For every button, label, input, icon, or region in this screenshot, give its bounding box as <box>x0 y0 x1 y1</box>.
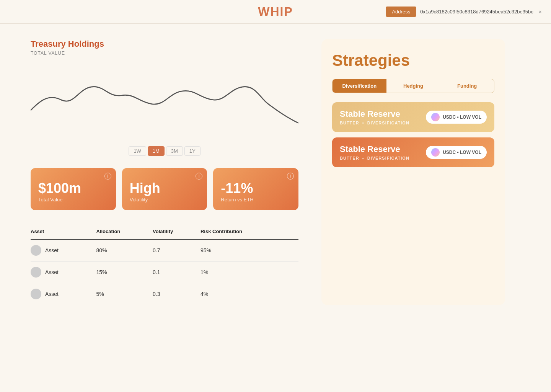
chart-container <box>31 64 298 140</box>
tab-funding[interactable]: Funding <box>440 79 494 93</box>
metric-card-return: i -11% Return vs ETH <box>213 168 298 210</box>
asset-allocation: 15% <box>96 261 153 283</box>
strategies-title: Strategies <box>332 51 494 70</box>
tab-diversification[interactable]: Diversification <box>333 79 386 93</box>
section-title: Treasury Holdings <box>31 39 298 49</box>
asset-name: Asset <box>45 247 59 253</box>
info-icon-total[interactable]: i <box>104 173 111 180</box>
wallet-address: 0x1a9c8182c09f50c8318d769245bea52c32be35… <box>420 9 533 15</box>
asset-risk: 95% <box>201 239 298 261</box>
section-subtitle: TOTAL VALUE <box>31 51 298 56</box>
asset-allocation: 80% <box>96 239 153 261</box>
asset-table: Asset Allocation Volatility Risk Contrib… <box>31 225 298 305</box>
badge-text-2: USDC • LOW VOL <box>443 150 481 155</box>
metric-label-vol: Volatility <box>130 197 200 203</box>
info-icon-return[interactable]: i <box>287 173 294 180</box>
asset-risk: 1% <box>201 261 298 283</box>
strategy-card-2[interactable]: Stable Reserve BUTTER • DIVERSIFICATION … <box>332 137 494 167</box>
strategy-tabs: Diversification Hedging Funding <box>332 79 494 93</box>
asset-name: Asset <box>45 291 59 297</box>
col-volatility: Volatility <box>153 225 201 239</box>
metric-value-vol: High <box>130 181 200 195</box>
table-row: Asset 5% 0.3 4% <box>31 283 298 305</box>
header: WHIP Address 0x1a9c8182c09f50c8318d76924… <box>0 0 551 24</box>
right-panel: Strategies Diversification Hedging Fundi… <box>321 39 505 305</box>
close-icon[interactable]: × <box>539 9 542 15</box>
asset-dot <box>31 289 41 299</box>
logo: WHIP <box>258 5 293 19</box>
asset-vol: 0.3 <box>153 283 201 305</box>
table-row: Asset 80% 0.7 95% <box>31 239 298 261</box>
strategy-card-info-1: Stable Reserve BUTTER • DIVERSIFICATION <box>340 109 409 125</box>
asset-allocation: 5% <box>96 283 153 305</box>
time-btn-1y[interactable]: 1Y <box>184 146 201 156</box>
strategy-meta-2: BUTTER • DIVERSIFICATION <box>340 156 409 160</box>
badge-text-1: USDC • LOW VOL <box>443 114 481 120</box>
badge-icon-1 <box>431 113 440 121</box>
asset-vol: 0.1 <box>153 261 201 283</box>
chart-svg <box>31 64 298 140</box>
asset-name: Asset <box>45 269 59 275</box>
strategy-card-info-2: Stable Reserve BUTTER • DIVERSIFICATION <box>340 144 409 160</box>
asset-dot <box>31 267 41 278</box>
col-asset: Asset <box>31 225 96 239</box>
time-range-selector: 1W 1M 3M 1Y <box>31 146 298 156</box>
strategy-name-2: Stable Reserve <box>340 144 409 154</box>
strategy-card-1[interactable]: Stable Reserve BUTTER • DIVERSIFICATION … <box>332 102 494 132</box>
left-panel: Treasury Holdings TOTAL VALUE 1W 1M 3M 1… <box>31 39 298 305</box>
time-btn-1m[interactable]: 1M <box>148 146 165 156</box>
col-allocation: Allocation <box>96 225 153 239</box>
metric-card-volatility: i High Volatility <box>122 168 207 210</box>
strategy-meta-1: BUTTER • DIVERSIFICATION <box>340 121 409 125</box>
strategy-badge-2: USDC • LOW VOL <box>426 146 487 159</box>
time-btn-3m[interactable]: 3M <box>166 146 183 156</box>
metric-label-total: Total Value <box>38 197 108 203</box>
info-icon-vol[interactable]: i <box>196 173 202 180</box>
main-content: Treasury Holdings TOTAL VALUE 1W 1M 3M 1… <box>0 24 551 320</box>
strategy-name-1: Stable Reserve <box>340 109 409 119</box>
badge-icon-2 <box>431 148 440 157</box>
asset-vol: 0.7 <box>153 239 201 261</box>
asset-risk: 4% <box>201 283 298 305</box>
time-btn-1w[interactable]: 1W <box>129 146 146 156</box>
metric-value-return: -11% <box>221 181 291 195</box>
asset-dot <box>31 245 41 256</box>
metric-label-return: Return vs ETH <box>221 197 291 203</box>
metric-cards: i $100m Total Value i High Volatility i … <box>31 168 298 210</box>
metric-value-total: $100m <box>38 181 108 195</box>
address-area: Address 0x1a9c8182c09f50c8318d769245bea5… <box>386 7 542 17</box>
address-button[interactable]: Address <box>386 7 416 17</box>
strategy-badge-1: USDC • LOW VOL <box>426 111 487 124</box>
tab-hedging[interactable]: Hedging <box>386 79 440 93</box>
col-risk: Risk Contribution <box>201 225 298 239</box>
table-row: Asset 15% 0.1 1% <box>31 261 298 283</box>
metric-card-total-value: i $100m Total Value <box>31 168 116 210</box>
